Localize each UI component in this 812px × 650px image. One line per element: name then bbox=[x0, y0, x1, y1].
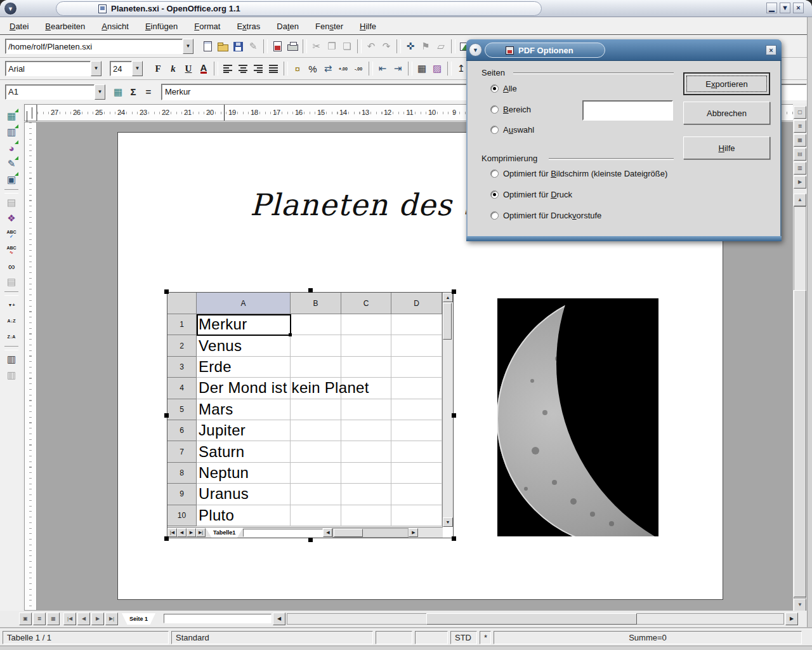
chevron-down-icon[interactable]: ▼ bbox=[91, 61, 102, 76]
export-pdf-icon[interactable] bbox=[270, 39, 285, 54]
cell-a3[interactable]: Erde bbox=[197, 357, 291, 378]
close-button[interactable]: × bbox=[793, 3, 804, 13]
cell-c8[interactable] bbox=[341, 463, 391, 484]
sheet-icon[interactable]: ▦ bbox=[110, 84, 126, 100]
cell-d1[interactable] bbox=[391, 314, 442, 335]
cell-a10[interactable]: Pluto bbox=[197, 505, 291, 526]
row-header-5[interactable]: 5 bbox=[167, 399, 197, 420]
row-header-3[interactable]: 3 bbox=[167, 357, 197, 378]
sum-icon[interactable]: Σ bbox=[126, 84, 141, 100]
status-field-5[interactable]: * bbox=[480, 631, 491, 644]
window-menu-button[interactable]: ▼ bbox=[4, 2, 17, 15]
new-document-icon[interactable] bbox=[200, 39, 215, 54]
page-range-input[interactable] bbox=[582, 100, 673, 121]
scrollbar-thumb[interactable] bbox=[334, 529, 363, 537]
outline-view-icon[interactable]: ≣ bbox=[33, 613, 46, 625]
hilfe-button[interactable]: Hilfe bbox=[683, 136, 770, 159]
url-combobox[interactable]: /home/rolf/Planeten.sxi ▼ bbox=[5, 39, 193, 54]
sheet-corner-header[interactable] bbox=[167, 293, 197, 314]
radio-label[interactable]: Auswahl bbox=[503, 125, 534, 135]
sheet-vertical-scrollbar[interactable]: ▲ ▼ bbox=[442, 293, 453, 527]
scroll-left-icon[interactable]: ◀ bbox=[323, 528, 332, 537]
cell-a8[interactable]: Neptun bbox=[197, 463, 291, 484]
add-decimal-icon[interactable]: +.00 bbox=[336, 61, 351, 76]
column-header-c[interactable]: C bbox=[341, 293, 391, 314]
print-icon[interactable] bbox=[285, 39, 300, 54]
cell-c7[interactable] bbox=[341, 441, 391, 462]
embedded-spreadsheet[interactable]: ABCD 1Merkur2Venus3Erde4Der Mond ist kei… bbox=[167, 292, 454, 538]
slide-view-icon[interactable]: ▦ bbox=[794, 134, 806, 147]
percent-format-icon[interactable]: % bbox=[305, 61, 320, 76]
status-field-4[interactable]: STD bbox=[450, 631, 477, 644]
prev-sheet-icon[interactable]: ◀ bbox=[177, 528, 187, 537]
radio-optimiert-f-r-druckvorstufe[interactable] bbox=[490, 211, 499, 220]
row-header-7[interactable]: 7 bbox=[167, 441, 197, 462]
menu-datei[interactable]: Datei bbox=[1, 19, 37, 34]
cell-a5[interactable]: Mars bbox=[197, 399, 291, 420]
navigator-icon[interactable]: ✜ bbox=[403, 39, 418, 54]
resize-handle[interactable] bbox=[452, 413, 456, 418]
column-header-d[interactable]: D bbox=[391, 293, 442, 314]
row-header-1[interactable]: 1 bbox=[167, 314, 197, 335]
cell-c3[interactable] bbox=[341, 357, 391, 378]
menu-daten[interactable]: Daten bbox=[268, 19, 307, 34]
bold-icon[interactable]: F bbox=[150, 61, 166, 76]
column-header-b[interactable]: B bbox=[291, 293, 341, 314]
minimize-button[interactable]: ▁ bbox=[766, 3, 777, 13]
scroll-up-icon[interactable]: ▲ bbox=[794, 194, 806, 206]
dialog-title-bar[interactable]: ▼ PDF Optionen × bbox=[466, 39, 782, 61]
sheet-tab[interactable]: Tabelle1 bbox=[206, 527, 243, 538]
delete-decimal-icon[interactable]: -.00 bbox=[351, 61, 366, 76]
scroll-down-icon[interactable]: ▼ bbox=[443, 517, 453, 527]
next-page-icon[interactable]: ▶ bbox=[91, 613, 104, 625]
cell-b7[interactable] bbox=[291, 441, 341, 462]
resize-handle[interactable] bbox=[164, 289, 169, 294]
insert-chart-icon[interactable]: ◕ bbox=[4, 140, 19, 156]
standard-format-icon[interactable]: ⇄ bbox=[320, 61, 336, 76]
next-sheet-icon[interactable]: ▶ bbox=[187, 528, 196, 537]
resize-handle[interactable] bbox=[452, 536, 456, 541]
dialog-close-icon[interactable]: × bbox=[766, 45, 776, 55]
sheet-horizontal-scrollbar[interactable] bbox=[332, 528, 409, 538]
cell-a4[interactable]: Der Mond ist kein Planet bbox=[197, 378, 291, 399]
cell-d3[interactable] bbox=[391, 357, 442, 378]
group-icon[interactable]: ▥ bbox=[4, 352, 19, 367]
cell-c5[interactable] bbox=[341, 399, 391, 420]
find-icon[interactable]: ∞ bbox=[4, 258, 19, 274]
last-page-icon[interactable]: ▶| bbox=[105, 613, 118, 625]
font-color-icon[interactable]: A bbox=[196, 61, 211, 76]
autoformat-icon[interactable]: ❖ bbox=[4, 211, 19, 226]
radio-label[interactable]: Bereich bbox=[503, 105, 531, 114]
moon-image[interactable] bbox=[497, 298, 658, 536]
radio-bereich[interactable] bbox=[490, 105, 499, 114]
first-sheet-icon[interactable]: |◀ bbox=[167, 528, 177, 537]
radio-label[interactable]: Optimiert für Bildschirm (kleinste Datei… bbox=[503, 169, 667, 178]
row-header-8[interactable]: 8 bbox=[167, 463, 197, 484]
cell-b3[interactable] bbox=[291, 357, 341, 378]
cell-b6[interactable] bbox=[291, 420, 341, 441]
underline-icon[interactable]: U bbox=[181, 61, 196, 76]
currency-format-icon[interactable]: ¤ bbox=[290, 61, 305, 76]
dialog-menu-button[interactable]: ▼ bbox=[469, 43, 482, 56]
scroll-right-icon[interactable]: ▶ bbox=[409, 528, 418, 537]
scroll-down-icon[interactable]: ▼ bbox=[794, 599, 806, 611]
drawing-view-icon[interactable]: ▣ bbox=[19, 613, 32, 625]
resize-handle[interactable] bbox=[164, 536, 169, 541]
chevron-down-icon[interactable]: ▼ bbox=[132, 61, 143, 76]
cell-c2[interactable] bbox=[341, 335, 391, 356]
radio-label[interactable]: Optimiert für Druckvorstufe bbox=[503, 211, 601, 220]
radio-label[interactable]: Alle bbox=[503, 84, 517, 93]
slide-view-icon[interactable]: ▦ bbox=[47, 613, 60, 625]
title-bar[interactable]: ▼ Planeten.sxi - OpenOffice.org 1.1 ▁ ▼ … bbox=[0, 0, 812, 17]
row-header-6[interactable]: 6 bbox=[167, 420, 197, 441]
cell-c10[interactable] bbox=[341, 505, 391, 526]
radio-label[interactable]: Optimiert für Druck bbox=[503, 190, 572, 199]
resize-handle[interactable] bbox=[308, 288, 313, 293]
menu-extras[interactable]: Extras bbox=[228, 19, 268, 34]
cell-d9[interactable] bbox=[391, 484, 442, 505]
align-justify-icon[interactable] bbox=[266, 61, 281, 76]
cell-c9[interactable] bbox=[341, 484, 391, 505]
scrollbar-thumb[interactable] bbox=[426, 613, 637, 625]
cell-b2[interactable] bbox=[291, 335, 341, 356]
function-equals-icon[interactable]: = bbox=[141, 84, 156, 100]
